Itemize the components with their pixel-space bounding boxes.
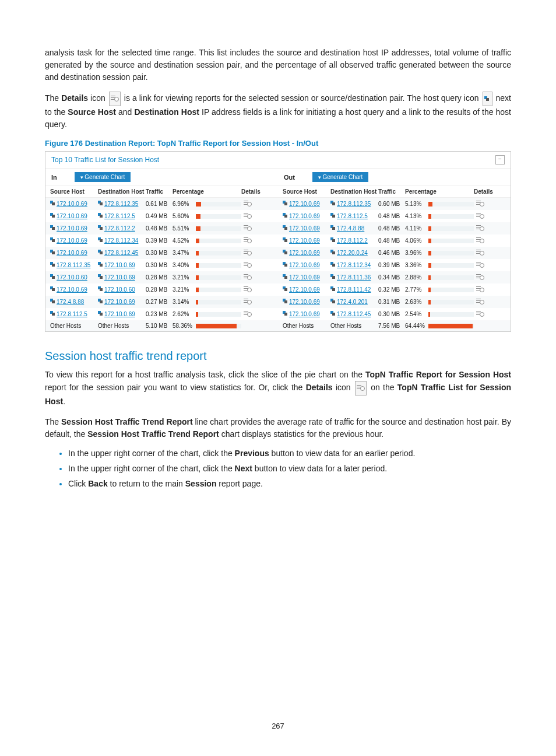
host-query-icon[interactable] [330, 201, 336, 206]
host-query-icon[interactable] [50, 250, 55, 255]
host-query-icon[interactable] [330, 250, 336, 255]
host-query-icon[interactable] [283, 213, 288, 218]
details-icon[interactable] [244, 298, 252, 304]
host-query-icon[interactable] [330, 237, 336, 243]
source-host-link[interactable]: 172.10.0.69 [57, 286, 87, 293]
host-query-icon[interactable] [283, 286, 288, 292]
host-query-icon[interactable] [50, 262, 55, 267]
source-host-link[interactable]: 172.10.0.69 [57, 201, 87, 207]
details-icon[interactable] [476, 298, 484, 304]
source-host-link[interactable]: 172.10.0.69 [57, 213, 87, 219]
details-icon[interactable] [244, 237, 252, 243]
source-host-link[interactable]: 172.10.0.69 [289, 213, 320, 219]
host-query-icon[interactable] [283, 274, 288, 279]
host-query-icon[interactable] [98, 213, 103, 218]
source-host-link[interactable]: 172.8.112.5 [57, 311, 87, 317]
host-query-icon[interactable] [98, 250, 103, 255]
destination-host-link[interactable]: 172.8.112.2 [337, 237, 368, 244]
host-query-icon[interactable] [98, 299, 103, 304]
host-query-icon[interactable] [50, 299, 55, 304]
source-host-link[interactable]: 172.10.0.69 [57, 225, 87, 232]
host-query-icon[interactable] [283, 299, 288, 304]
source-host-link[interactable]: 172.10.0.69 [289, 225, 320, 232]
destination-host-link[interactable]: 172.8.112.45 [337, 311, 371, 317]
collapse-button[interactable]: − [495, 155, 505, 164]
host-query-icon[interactable] [283, 250, 288, 255]
host-query-icon[interactable] [330, 299, 336, 304]
host-query-icon[interactable] [98, 201, 103, 206]
destination-host-link[interactable]: 172.4.8.88 [337, 225, 364, 232]
details-icon[interactable] [476, 261, 484, 268]
destination-host-link[interactable]: 172.10.0.69 [104, 262, 135, 268]
source-host-link[interactable]: 172.10.0.69 [289, 299, 320, 305]
source-host-link[interactable]: 172.10.0.69 [289, 237, 320, 244]
details-icon[interactable] [244, 225, 252, 231]
source-host-link[interactable]: 172.10.0.69 [289, 286, 320, 293]
host-query-icon[interactable] [330, 311, 336, 316]
destination-host-link[interactable]: 172.8.112.5 [337, 213, 368, 219]
destination-host-link[interactable]: 172.4.0.201 [337, 299, 368, 305]
details-icon[interactable] [244, 200, 252, 206]
destination-host-link[interactable]: 172.8.111.36 [337, 274, 371, 281]
source-host-link[interactable]: 172.4.8.88 [57, 299, 84, 305]
details-icon[interactable] [476, 286, 484, 292]
details-icon[interactable] [244, 249, 252, 256]
destination-host-link[interactable]: 172.8.112.34 [104, 237, 138, 244]
destination-host-link[interactable]: 172.8.112.35 [337, 201, 371, 207]
destination-host-link[interactable]: 172.8.112.5 [104, 213, 135, 219]
details-icon[interactable] [476, 237, 484, 243]
details-icon[interactable] [476, 212, 484, 219]
destination-host-link[interactable]: 172.20.0.24 [337, 250, 368, 256]
source-host-link[interactable]: 172.10.0.69 [289, 262, 320, 268]
details-icon[interactable] [244, 261, 252, 268]
destination-host-link[interactable]: 172.10.0.60 [104, 286, 135, 293]
details-icon[interactable] [476, 249, 484, 256]
host-query-icon[interactable] [283, 225, 288, 230]
source-host-link[interactable]: 172.10.0.69 [57, 250, 87, 256]
host-query-icon[interactable] [50, 201, 55, 206]
details-icon[interactable] [476, 310, 484, 317]
destination-host-link[interactable]: 172.10.0.69 [104, 311, 135, 317]
destination-host-link[interactable]: 172.8.112.45 [104, 250, 138, 256]
host-query-icon[interactable] [50, 311, 55, 316]
destination-host-link[interactable]: 172.8.112.2 [104, 225, 135, 232]
details-icon[interactable] [244, 212, 252, 219]
host-query-icon[interactable] [98, 286, 103, 292]
source-host-link[interactable]: 172.10.0.69 [289, 274, 320, 281]
destination-host-link[interactable]: 172.8.112.35 [104, 201, 138, 207]
details-icon[interactable] [244, 310, 252, 317]
host-query-icon[interactable] [50, 225, 55, 230]
host-query-icon[interactable] [330, 286, 336, 292]
source-host-link[interactable]: 172.10.0.69 [289, 250, 320, 256]
host-query-icon[interactable] [50, 286, 55, 292]
host-query-icon[interactable] [330, 262, 336, 267]
destination-host-link[interactable]: 172.10.0.69 [104, 299, 135, 305]
generate-chart-in-button[interactable]: Generate Chart [75, 172, 131, 182]
details-icon[interactable] [244, 286, 252, 292]
source-host-link[interactable]: 172.8.112.35 [57, 262, 90, 268]
host-query-icon[interactable] [330, 213, 336, 218]
details-icon[interactable] [476, 274, 484, 280]
host-query-icon[interactable] [98, 237, 103, 243]
host-query-icon[interactable] [283, 311, 288, 316]
host-query-icon[interactable] [98, 311, 103, 316]
details-icon[interactable] [476, 200, 484, 206]
host-query-icon[interactable] [98, 274, 103, 279]
host-query-icon[interactable] [330, 274, 336, 279]
host-query-icon[interactable] [283, 262, 288, 267]
host-query-icon[interactable] [50, 237, 55, 243]
source-host-link[interactable]: 172.10.0.69 [289, 201, 320, 207]
host-query-icon[interactable] [330, 225, 336, 230]
host-query-icon[interactable] [50, 213, 55, 218]
details-icon[interactable] [476, 225, 484, 231]
source-host-link[interactable]: 172.10.0.60 [57, 274, 87, 281]
destination-host-link[interactable]: 172.8.111.42 [337, 286, 371, 293]
host-query-icon[interactable] [98, 225, 103, 230]
source-host-link[interactable]: 172.10.0.69 [57, 237, 87, 244]
destination-host-link[interactable]: 172.8.112.34 [337, 262, 371, 268]
host-query-icon[interactable] [50, 274, 55, 279]
host-query-icon[interactable] [283, 201, 288, 206]
destination-host-link[interactable]: 172.10.0.69 [104, 274, 135, 281]
details-icon[interactable] [244, 274, 252, 280]
generate-chart-out-button[interactable]: Generate Chart [312, 172, 368, 182]
